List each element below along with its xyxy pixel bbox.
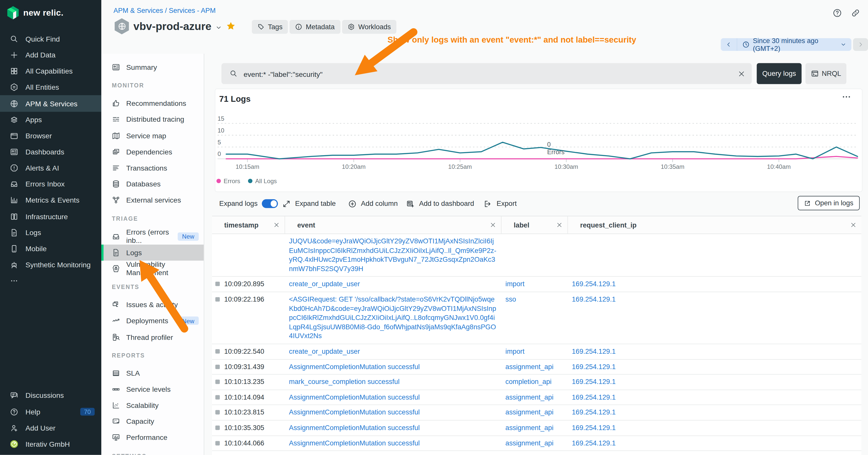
expand-logs-toggle[interactable] [262, 199, 278, 208]
log-row[interactable]: 10:09:20.895create_or_update_userimport1… [212, 277, 861, 292]
open-in-logs-button[interactable]: Open in logs [798, 196, 860, 210]
breadcrumb-apm-services[interactable]: APM & Services [114, 6, 163, 14]
sidebar-item-synthetic-monitoring[interactable]: Synthetic Monitoring [0, 257, 101, 273]
add-column-button[interactable]: Add column [348, 196, 398, 211]
log-query-input[interactable] [243, 63, 732, 85]
query-logs-button[interactable]: Query logs [757, 63, 802, 84]
row-select-square[interactable] [215, 297, 220, 301]
metadata-button[interactable]: Metadata [290, 20, 340, 34]
time-picker-forward-button[interactable] [853, 38, 868, 51]
ip-link[interactable]: 169.254.129.1 [572, 409, 616, 417]
event-link[interactable]: <ASGIRequest: GET '/sso/callback/?state=… [289, 295, 496, 340]
help-icon[interactable] [833, 8, 842, 18]
label-link[interactable]: assignment_api [505, 409, 554, 417]
subnav-item-logs[interactable]: Logs [101, 245, 204, 260]
label-link[interactable]: import [505, 348, 525, 355]
sidebar-item-logs[interactable]: Logs [0, 225, 101, 240]
subnav-item-performance[interactable]: Performance [101, 429, 204, 446]
row-select-square[interactable] [215, 425, 220, 430]
ip-link[interactable]: 169.254.129.1 [572, 393, 616, 401]
row-select-square[interactable] [215, 364, 220, 369]
breadcrumb-services-apm[interactable]: Services - APM [169, 6, 216, 14]
subnav-item-thread-profiler[interactable]: Thread profiler [101, 329, 204, 345]
subnav-item-distributed-tracing[interactable]: Distributed tracing [101, 111, 204, 128]
event-link[interactable]: mark_course_completion successful [289, 378, 400, 386]
time-picker-back-button[interactable] [721, 38, 738, 51]
sidebar-item-apps[interactable]: Apps [0, 111, 101, 128]
event-link[interactable]: JUQVU&code=eyJraWQiOiJjcGltY29yZV8wOTI1M… [289, 237, 496, 272]
label-link[interactable]: completion_api [505, 378, 552, 386]
event-link[interactable]: AssignmentCompletionMutation successful [289, 409, 420, 417]
log-row[interactable]: 10:10:13.235mark_course_completion succe… [212, 375, 861, 390]
column-header-event[interactable]: event [285, 217, 501, 233]
tags-button[interactable]: Tags [252, 20, 288, 34]
sidebar-item-add-data[interactable]: Add Data [0, 47, 101, 63]
remove-column-icon[interactable] [274, 222, 279, 228]
row-select-square[interactable] [215, 380, 220, 384]
log-row[interactable]: 10:09:22.196<ASGIRequest: GET '/sso/call… [212, 292, 861, 344]
column-header-request-client-ip[interactable]: request_client_ip [568, 217, 862, 233]
ip-link[interactable]: 169.254.129.1 [572, 363, 616, 370]
subnav-item-errors-errors-inb[interactable]: Errors (errors inb...New [101, 228, 204, 245]
nrql-button[interactable]: NRQL [806, 63, 846, 84]
export-button[interactable]: Export [484, 196, 517, 211]
log-row[interactable]: 10:10:14.094AssignmentCompletionMutation… [212, 390, 861, 405]
sidebar-item-add-user[interactable]: Add User [0, 420, 101, 436]
sidebar-item-quick-find[interactable]: Quick Find [0, 31, 101, 47]
subnav-item-dependencies[interactable]: Dependencies [101, 144, 204, 160]
log-row[interactable]: 10:10:44.066AssignmentCompletionMutation… [212, 436, 861, 451]
log-row[interactable]: 10:09:22.540create_or_update_userimport1… [212, 344, 861, 359]
log-row[interactable]: 10:10:49.051mark_course_completion succe… [212, 451, 861, 455]
row-select-square[interactable] [215, 441, 220, 445]
sidebar-item-help[interactable]: Help70 [0, 403, 101, 420]
subnav-item-databases[interactable]: Databases [101, 176, 204, 192]
sidebar-item-infrastructure[interactable]: Infrastructure [0, 208, 101, 225]
ip-link[interactable]: 169.254.129.1 [572, 295, 616, 303]
row-select-square[interactable] [215, 349, 220, 354]
entity-switcher-chevron-icon[interactable] [215, 25, 222, 31]
column-header-label[interactable]: label [501, 217, 568, 233]
subnav-item-deployments[interactable]: DeploymentsNew [101, 313, 204, 329]
subnav-item-scalability[interactable]: Scalability [101, 397, 204, 414]
subnav-item-external-services[interactable]: External services [101, 192, 204, 208]
event-link[interactable]: AssignmentCompletionMutation successful [289, 424, 420, 431]
sidebar-item-browser[interactable]: Browser [0, 128, 101, 144]
label-link[interactable]: assignment_api [505, 393, 554, 401]
label-link[interactable]: assignment_api [505, 424, 554, 431]
sidebar-item-all-entities[interactable]: All Entities [0, 79, 101, 96]
ip-link[interactable]: 169.254.129.1 [572, 348, 616, 355]
row-select-square[interactable] [215, 282, 220, 287]
event-link[interactable]: create_or_update_user [289, 280, 360, 288]
event-link[interactable]: create_or_update_user [289, 348, 360, 355]
remove-column-icon[interactable] [850, 222, 857, 228]
sidebar-item-discussions[interactable]: Discussions [0, 388, 101, 403]
ip-link[interactable]: 169.254.129.1 [572, 280, 616, 288]
label-link[interactable]: sso [505, 295, 516, 303]
row-select-square[interactable] [215, 410, 220, 415]
label-link[interactable]: assignment_api [505, 363, 554, 370]
column-header-timestamp[interactable]: timestamp [212, 217, 285, 233]
subnav-item-vulnerability-management[interactable]: Vulnerability Management [101, 260, 204, 277]
sidebar-item-dashboards[interactable]: Dashboards [0, 144, 101, 160]
sidebar-item-metrics-events[interactable]: Metrics & Events [0, 192, 101, 208]
sidebar-item-more[interactable] [0, 273, 101, 289]
event-link[interactable]: AssignmentCompletionMutation successful [289, 363, 420, 370]
sidebar-item-alerts-ai[interactable]: Alerts & AI [0, 160, 101, 176]
event-link[interactable]: AssignmentCompletionMutation successful [289, 439, 420, 447]
ip-link[interactable]: 169.254.129.1 [572, 424, 616, 431]
log-row[interactable]: 10:10:23.815AssignmentCompletionMutation… [212, 405, 861, 421]
subnav-item-capacity[interactable]: Capacity [101, 414, 204, 429]
workloads-button[interactable]: Workloads [342, 20, 397, 34]
label-link[interactable]: assignment_api [505, 439, 554, 447]
expand-table-button[interactable]: Expand table [282, 196, 336, 211]
time-picker-dropdown[interactable]: Since 30 minutes ago (GMT+2) [738, 38, 851, 51]
sidebar-item-mobile[interactable]: Mobile [0, 240, 101, 257]
subnav-item-summary[interactable]: Summary [101, 59, 204, 75]
log-row[interactable]: JUQVU&code=eyJraWQiOiJjcGltY29yZV8wOTI1M… [212, 234, 861, 277]
row-select-square[interactable] [215, 395, 220, 399]
remove-column-icon[interactable] [490, 222, 496, 228]
sidebar-item-apm-services[interactable]: APM & Services [0, 96, 101, 111]
sidebar-item-all-capabilities[interactable]: All Capabilities [0, 63, 101, 79]
subnav-item-recommendations[interactable]: Recommendations [101, 95, 204, 111]
event-link[interactable]: AssignmentCompletionMutation successful [289, 393, 420, 401]
